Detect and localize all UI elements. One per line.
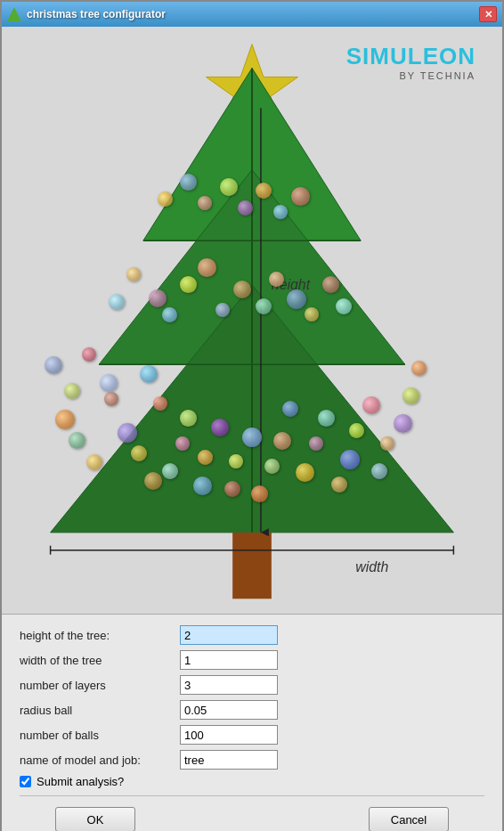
ornament <box>69 432 85 449</box>
form-input-4[interactable] <box>180 725 278 745</box>
ornament <box>118 423 137 443</box>
form-input-0[interactable] <box>180 625 278 645</box>
ornament <box>140 365 158 383</box>
form-label-5: name of model and job: <box>20 754 180 767</box>
form-row-0: height of the tree: <box>20 625 484 645</box>
ornament <box>331 477 347 493</box>
form-input-5[interactable] <box>180 750 278 770</box>
ornament <box>149 289 167 307</box>
ok-button[interactable]: OK <box>55 807 135 831</box>
ornament <box>211 419 229 436</box>
ornament <box>109 294 125 310</box>
form-input-3[interactable] <box>180 700 278 720</box>
ornament <box>291 187 310 206</box>
ornament <box>180 410 197 427</box>
form-input-2[interactable] <box>180 675 278 695</box>
ornament <box>198 258 216 277</box>
ornament <box>162 307 177 322</box>
ornament <box>238 200 253 216</box>
ornament <box>215 303 230 317</box>
ornament <box>180 174 197 191</box>
trunk <box>232 533 272 599</box>
form-row-2: number of layers <box>20 675 484 695</box>
button-row: OK Cancel <box>20 803 484 831</box>
ornament <box>64 383 80 399</box>
ornament <box>340 450 360 469</box>
window-title: christmas tree configurator <box>27 8 166 20</box>
form-input-1[interactable] <box>180 650 278 670</box>
ornament <box>371 463 387 479</box>
ornament <box>256 183 272 199</box>
form-row-1: width of the tree <box>20 650 484 670</box>
ornament <box>282 401 298 417</box>
window-icon <box>7 7 21 21</box>
form-label-0: height of the tree: <box>20 629 180 642</box>
ornament <box>220 178 238 196</box>
ornament <box>158 191 173 207</box>
submit-analysis-checkbox[interactable] <box>20 776 31 787</box>
form-row-4: number of balls <box>20 725 484 745</box>
ornament <box>175 436 190 451</box>
ornament <box>296 463 314 482</box>
submit-analysis-label: Submit analysis? <box>37 775 124 788</box>
ornament <box>394 414 412 433</box>
ornament <box>269 272 284 287</box>
form-label-2: number of layers <box>20 679 180 692</box>
ornament <box>104 392 118 406</box>
tree-svg: height width <box>2 27 502 614</box>
ornament <box>305 307 319 322</box>
ornament <box>336 298 352 314</box>
ornament <box>198 450 213 465</box>
ornament <box>318 410 335 427</box>
ornament <box>233 281 251 298</box>
form-label-1: width of the tree <box>20 654 180 667</box>
ornament <box>45 356 62 374</box>
ornament <box>251 485 268 502</box>
ornament <box>349 423 364 438</box>
ornament <box>131 445 147 461</box>
cancel-button[interactable]: Cancel <box>369 807 449 831</box>
ornament <box>126 267 141 281</box>
titlebar: christmas tree configurator ✕ <box>2 2 502 27</box>
ornament <box>82 347 96 362</box>
visualization-area: SIMULEON BY TECHNIA <box>2 27 502 615</box>
width-label: width <box>355 559 388 574</box>
ornament <box>242 428 262 447</box>
submit-analysis-row: Submit analysis? <box>20 775 484 788</box>
ornament <box>256 298 272 314</box>
ornament <box>362 396 380 414</box>
ornament <box>144 472 162 490</box>
main-window: christmas tree configurator ✕ SIMULEON B… <box>0 0 504 831</box>
ornament <box>322 276 339 293</box>
ornament <box>100 374 118 392</box>
ornament <box>193 477 212 495</box>
ornament <box>86 454 102 470</box>
ornament <box>224 481 240 497</box>
ornament <box>229 454 243 468</box>
ornament <box>264 459 280 474</box>
form-area: height of the tree:width of the treenumb… <box>2 615 502 831</box>
form-label-3: radius ball <box>20 704 180 717</box>
ornament <box>287 289 306 309</box>
ornament <box>162 463 178 479</box>
ornament <box>402 387 419 404</box>
ornament <box>153 396 167 411</box>
ornament <box>55 410 75 429</box>
ornament <box>273 205 288 219</box>
close-button[interactable]: ✕ <box>479 6 497 22</box>
titlebar-left: christmas tree configurator <box>7 7 166 21</box>
form-row-5: name of model and job: <box>20 750 484 770</box>
ornament <box>380 436 394 451</box>
ornament <box>273 432 291 450</box>
ornament <box>180 276 197 293</box>
divider <box>20 795 484 796</box>
ornament <box>198 196 212 210</box>
ornament <box>411 361 427 376</box>
ornament <box>309 436 323 451</box>
form-label-4: number of balls <box>20 729 180 742</box>
form-row-3: radius ball <box>20 700 484 720</box>
